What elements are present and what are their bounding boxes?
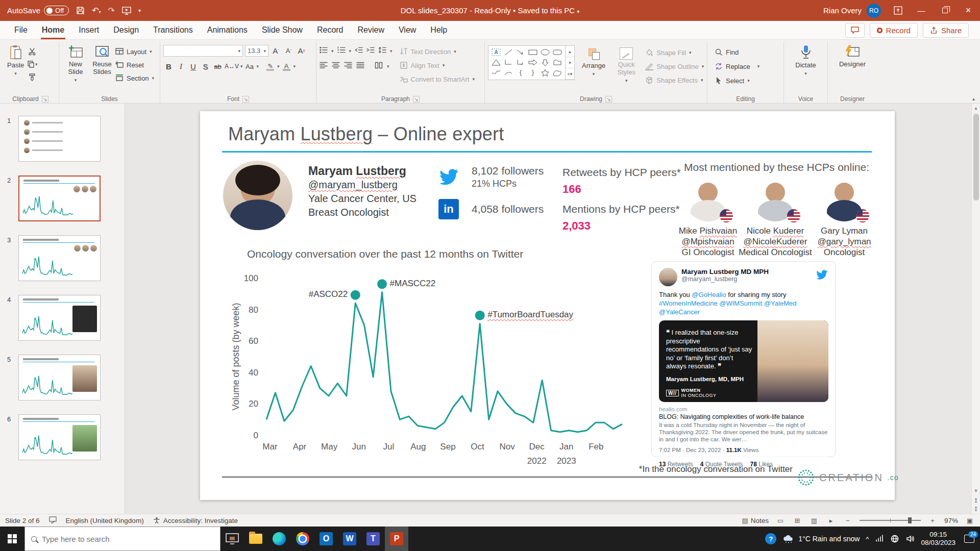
slide-thumbnail-6[interactable] (18, 414, 101, 460)
find-button[interactable]: Find (715, 46, 780, 58)
user-avatar[interactable]: RO (867, 4, 881, 18)
save-icon[interactable] (76, 6, 85, 15)
weather-widget[interactable]: 1°C Rain and snow (782, 534, 860, 543)
replace-button[interactable]: Replace▾ (715, 60, 780, 72)
character-spacing-button[interactable]: A↔V (225, 61, 239, 72)
slide[interactable]: Maryam Lustberg – Online expert Maryam L… (200, 111, 895, 500)
slide-thumbnail-4[interactable] (18, 295, 101, 341)
vertical-scrollbar[interactable]: ▲ ▼ ▴▴ ▾▾ (971, 104, 980, 514)
paragraph-dialog-launcher[interactable]: ↘ (413, 96, 420, 103)
language-indicator[interactable]: English (United Kingdom) (66, 517, 144, 524)
ribbon-display-options-button[interactable] (886, 0, 910, 21)
underline-button[interactable]: U (188, 61, 199, 72)
task-view-button[interactable] (220, 527, 244, 551)
start-slideshow-icon[interactable] (122, 7, 131, 15)
normal-view-button[interactable]: ▭ (775, 517, 786, 524)
shape-outline-button[interactable]: Shape Outline▾ (645, 60, 704, 72)
slide-thumbnail-1[interactable] (18, 116, 101, 162)
slide-sorter-view-button[interactable]: ⊞ (792, 517, 802, 524)
justify-button[interactable] (356, 61, 364, 71)
scroll-up-arrow[interactable]: ▲ (972, 104, 980, 113)
strikethrough-button[interactable]: ab (212, 61, 223, 72)
comments-button[interactable] (845, 23, 865, 38)
zoom-slider[interactable] (860, 520, 921, 521)
chrome-icon[interactable] (291, 527, 314, 551)
columns-button[interactable] (375, 61, 383, 71)
powerpoint-icon[interactable]: P (385, 527, 408, 551)
layout-button[interactable]: Layout▾ (115, 45, 154, 58)
scrollbar-thumb[interactable] (973, 114, 979, 201)
font-name-combo[interactable]: ▾ (163, 45, 243, 57)
shadow-button[interactable]: S (200, 61, 211, 72)
start-button[interactable] (0, 527, 24, 551)
designer-button[interactable]: Designer (831, 43, 874, 70)
numbering-button[interactable] (337, 46, 346, 56)
menu-tab-file[interactable]: File (7, 21, 35, 39)
decrease-indent-button[interactable] (355, 46, 363, 56)
increase-indent-button[interactable] (366, 46, 375, 56)
menu-tab-help[interactable]: Help (423, 21, 454, 39)
next-slide-button[interactable]: ▾▾ (975, 505, 977, 514)
font-size-combo[interactable]: 13.3▾ (245, 45, 268, 57)
copy-button[interactable]: ▾ (26, 59, 38, 70)
cut-button[interactable] (26, 46, 38, 57)
autosave-toggle[interactable]: AutoSave Off (7, 6, 69, 15)
hidden-icons-chevron[interactable]: ^ (866, 535, 869, 543)
slide-thumbnail-3[interactable] (18, 235, 101, 281)
italic-button[interactable]: I (176, 61, 186, 72)
convert-smartart-button[interactable]: Convert to SmartArt▾ (400, 73, 475, 85)
edge-icon[interactable] (267, 527, 291, 551)
word-icon[interactable]: W (338, 527, 361, 551)
align-left-button[interactable] (320, 61, 328, 71)
fit-slide-button[interactable]: ▣ (965, 517, 975, 524)
clipboard-dialog-launcher[interactable]: ↘ (42, 96, 48, 103)
select-button[interactable]: Select▾ (715, 74, 780, 87)
file-explorer-icon[interactable] (244, 527, 267, 551)
taskbar-search[interactable] (24, 527, 220, 551)
shrink-font-button[interactable]: Aˇ (283, 45, 294, 57)
format-painter-button[interactable] (26, 71, 38, 83)
bold-button[interactable]: B (163, 61, 174, 72)
text-direction-button[interactable]: Text Direction▾ (400, 45, 475, 58)
grow-font-button[interactable]: Aˆ (271, 45, 281, 57)
paste-button[interactable]: Paste▾ (5, 43, 26, 83)
notification-center-button[interactable]: 24 (962, 531, 977, 546)
font-dialog-launcher[interactable]: ↘ (242, 96, 249, 103)
dictate-button[interactable]: Dictate▾ (787, 43, 824, 78)
shapes-scroll-down[interactable]: ▾ (566, 57, 574, 68)
font-color-button[interactable]: A (281, 61, 292, 72)
zoom-out-button[interactable]: − (843, 517, 853, 524)
shape-effects-button[interactable]: Shape Effects▾ (645, 74, 704, 86)
menu-tab-animations[interactable]: Animations (200, 21, 255, 39)
shapes-scroll-up[interactable]: ▴ (566, 46, 574, 57)
clock[interactable]: 09:1508/03/2023 (921, 531, 955, 547)
clear-formatting-button[interactable]: A◊ (296, 45, 307, 57)
qat-customize-icon[interactable]: ▾ (138, 8, 141, 13)
slideshow-view-button[interactable]: ▸ (826, 517, 836, 524)
help-icon[interactable]: ? (765, 533, 776, 544)
shapes-gallery[interactable]: A { } (488, 45, 566, 80)
restore-button[interactable] (933, 0, 957, 21)
title-dropdown-icon[interactable]: ▾ (577, 9, 579, 14)
menu-tab-view[interactable]: View (391, 21, 423, 39)
menu-tab-review[interactable]: Review (351, 21, 391, 39)
undo-icon[interactable]: ↶▾ (92, 7, 101, 15)
section-button[interactable]: Section▾ (115, 72, 154, 84)
align-right-button[interactable] (344, 61, 352, 71)
menu-tab-design[interactable]: Design (106, 21, 146, 39)
shape-fill-button[interactable]: Shape Fill▾ (645, 46, 704, 59)
reading-view-button[interactable]: ▥ (809, 517, 819, 524)
record-button[interactable]: Record (870, 23, 918, 38)
notes-button[interactable]: ▤Notes (742, 517, 769, 524)
scroll-down-arrow[interactable]: ▼ (974, 486, 978, 495)
volume-icon[interactable] (905, 534, 915, 543)
accessibility-checker[interactable]: Accessibility: Investigate (153, 517, 238, 524)
close-button[interactable]: × (957, 0, 980, 21)
drawing-dialog-launcher[interactable]: ↘ (605, 96, 612, 103)
slide-thumbnail-2[interactable] (18, 176, 101, 221)
outlook-icon[interactable]: O (314, 527, 338, 551)
reuse-slides-button[interactable]: Reuse Slides (89, 43, 115, 78)
globe-network-icon[interactable] (890, 534, 899, 543)
collapse-ribbon-icon[interactable]: ▴ (972, 96, 975, 102)
menu-tab-record[interactable]: Record (310, 21, 351, 39)
